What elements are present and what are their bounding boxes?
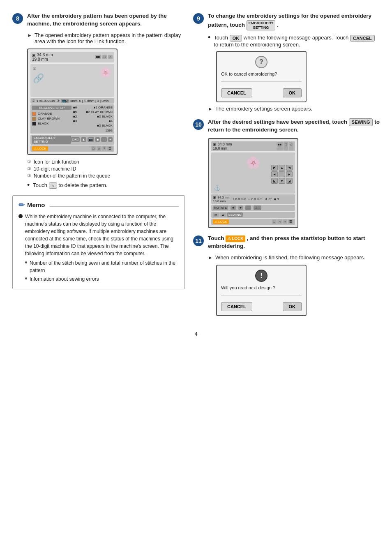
ctrl-topleft: ◤ <box>271 165 278 171</box>
callout-num-2: ② <box>27 166 31 171</box>
screen1-lockbar: ⚠ LOCK □ △ ? ☰ <box>30 145 114 152</box>
ctrl-right: ► <box>286 171 293 177</box>
step8-header: 8 After the embroidery pattern has been … <box>12 12 185 28</box>
callout-list: ① Icon for Link function ② 10-digit mach… <box>27 159 185 179</box>
machine-id: 1701002045 <box>37 99 55 103</box>
cancel-btn-inline: CANCEL <box>350 35 375 42</box>
memo-title: ✏ Memo <box>18 201 179 210</box>
delete-text: Touch ⌂ to delete the pattern. <box>33 182 107 189</box>
orange-label: ORANGE <box>38 112 52 115</box>
screen2-topbar: ▣ 34.3 mm 19.0 mm ■■ □ ⌂ <box>211 141 295 151</box>
memo-content: While the embroidery machine is connecte… <box>18 213 179 283</box>
screen2-dims-info: ▣ 34.3 mm 19.0 mm <box>213 195 230 203</box>
ctrl-topright: ◥ <box>286 165 293 171</box>
step10-title: After the desired settings have been spe… <box>208 118 380 134</box>
minus-btn: — <box>245 205 251 210</box>
screen2-link: ⚓ <box>214 185 221 191</box>
callout-text-2: 10-digit machine ID <box>34 166 76 172</box>
dialog2-icon: ! <box>255 270 267 282</box>
step11-body: ► When embroidering is finished, the fol… <box>208 254 380 316</box>
step11-title-pre: Touch <box>208 235 224 241</box>
orange-swatch <box>32 112 36 116</box>
col-right-3: ■2■3 BLACK <box>73 115 113 118</box>
step11-header: 11 Touch ⚠ LOCK , and then press the sta… <box>193 235 380 250</box>
pencil-icon: ✏ <box>18 201 25 210</box>
memo-box: ✏ Memo While the embroidery machine is c… <box>12 195 185 289</box>
callout-text-3: Number of the pattern in the queue <box>34 173 110 179</box>
rotate-btn: ROTATE <box>213 205 228 210</box>
screen1-callout1: ① <box>33 67 36 71</box>
step9-bullet2: ► The embroidery settings screen appears… <box>208 106 380 112</box>
memo-title-text: Memo <box>27 201 45 208</box>
step10-title-pre: After the desired settings have been spe… <box>208 119 347 125</box>
col-right-4: ■3■4 <box>73 119 113 123</box>
home-btn-icon: ⌂ <box>49 182 57 189</box>
step8-bullet1: ► The opened embroidery pattern appears … <box>27 32 185 44</box>
dialog1-icon: ? <box>255 56 267 68</box>
callout3-label: ③ <box>57 99 60 103</box>
step9-bullet1-text: Touch OK when the following message appe… <box>214 35 380 48</box>
memo-subdot1 <box>25 261 27 263</box>
emb-setting-badge: EMBROIDERYSETTING <box>247 20 276 31</box>
dialog1-icon-wrap: ? <box>221 56 302 68</box>
plus-btn: □— <box>254 205 261 210</box>
footer-icons: □+□ ▲ 📷 ■ — + <box>71 137 113 142</box>
claybrown-label: CLAY BROWN <box>38 117 60 120</box>
col-right-2: ■5■2 CLAY BROWN <box>73 110 113 114</box>
dialog2-message: Will you read next design ? <box>221 285 302 295</box>
stitch-count: 1393 <box>73 129 113 132</box>
ctrl-up: ▲ <box>279 165 285 171</box>
claybrown-swatch <box>32 117 36 121</box>
lock-btn-inline: ⚠ LOCK <box>226 235 245 242</box>
step9-body: • Touch OK when the following message ap… <box>208 35 380 112</box>
dialog2-cancel-btn[interactable]: CANCEL <box>221 302 252 311</box>
bullet-dot-icon: • <box>27 181 30 189</box>
step9-bullet2-text: The embroidery settings screen appears. <box>215 106 312 112</box>
step9-header: 9 To change the embroidery settings for … <box>193 12 380 30</box>
callout-num-3: ③ <box>27 173 31 178</box>
icon-resize: ▲ <box>220 212 226 217</box>
dialog1-cancel-btn[interactable]: CANCEL <box>221 88 252 97</box>
screen1-footer: EMBROIDERY SETTING □+□ ▲ 📷 ■ — + <box>30 135 114 145</box>
screen1-collist-right: ■6■1 ORANGE ■5■2 CLAY BROWN ■2■3 BLACK ■… <box>73 106 113 132</box>
step9-bullet1: • Touch OK when the following message ap… <box>208 35 380 48</box>
color-claybrown: CLAY BROWN <box>32 116 71 121</box>
memo-sub1-text: Number of the stitch being sewn and tota… <box>30 259 179 274</box>
page-number: 4 <box>12 331 380 337</box>
ok-btn-inline: OK <box>230 35 242 42</box>
screen1-extra-icons: □ △ ? ☰ <box>91 146 113 151</box>
ctrl-row2: ◄ ► <box>271 171 293 177</box>
memo-dot1 <box>18 214 23 218</box>
col-right-1: ■6■1 ORANGE <box>73 106 113 109</box>
thread-count: 📺2 <box>61 99 69 103</box>
color-orange: ORANGE <box>32 111 71 116</box>
col-right-5: ■3 BLACK <box>73 124 113 127</box>
step8-title: After the embroidery pattern has been op… <box>27 12 185 28</box>
memo-subdot2 <box>25 277 27 279</box>
callout-item-1: ① Icon for Link function <box>27 159 185 165</box>
collist-right-items: ■6■1 ORANGE ■5■2 CLAY BROWN ■2■3 BLACK ■… <box>73 106 113 127</box>
dialog2-ok-btn[interactable]: OK <box>283 302 302 311</box>
ctrl-center <box>279 171 285 177</box>
embroidery-screen2: ▣ 34.3 mm 19.0 mm ■■ □ ⌂ 🌸 ⚓ <box>208 138 298 228</box>
dialog1-ok-btn[interactable]: OK <box>283 88 302 97</box>
embroidery-screen1: ▣ 34.3 mm 19.0 mm ■■ □ ⌂ ① 🔗 <box>27 48 118 155</box>
dialog2-icon-wrap: ! <box>221 270 302 282</box>
step11-bullet1-text: When embroidering is finished, the follo… <box>215 254 365 261</box>
dialog1-buttons: CANCEL OK <box>221 88 302 97</box>
screen2-dims: ▣ 34.3 mm 19.0 mm <box>213 142 232 150</box>
screen1-dimensions: ▣ 34.3 mm 19.0 mm <box>32 53 53 62</box>
step11-title: Touch ⚠ LOCK , and then press the start/… <box>208 235 380 250</box>
screen2-lockbar: ⚠ LOCK □ △ ? ☰ <box>211 219 295 225</box>
ctrl-row3: ◣ ▼ ◢ <box>271 178 293 184</box>
screen2-measures: ↕ 0.0 mm ↔ 0.0 mm <box>233 197 262 201</box>
dialog2-buttons: CANCEL OK <box>221 302 302 311</box>
screen2-angle: ↺ 0° <box>265 197 272 201</box>
arrow-icon3: ► <box>208 255 213 261</box>
black-label: BLACK <box>38 122 48 125</box>
memo-sub1: Number of the stitch being sewn and tota… <box>25 259 179 274</box>
reserve-stop-btn: RESERVE STOP <box>32 106 71 110</box>
screen2-bottom-icons: M ▲ SEWING <box>213 212 243 217</box>
memo-bullet1: While the embroidery machine is connecte… <box>18 213 179 257</box>
screen2-controls: ■■ □ ⌂ <box>277 142 293 150</box>
